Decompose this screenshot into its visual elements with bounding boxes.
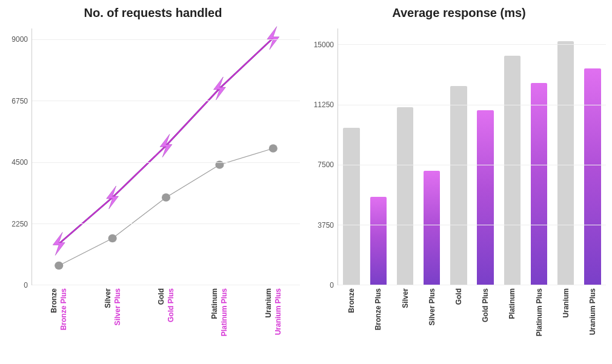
line-chart-panel: No. of requests handled 0225045006750900… bbox=[0, 0, 306, 364]
xtick-label-plus: Bronze Plus bbox=[59, 288, 68, 330]
bar-chart-title: Average response (ms) bbox=[312, 6, 606, 20]
bar-plus bbox=[477, 110, 493, 285]
xtick-label: Bronze bbox=[347, 288, 356, 313]
bar-standard bbox=[397, 107, 413, 285]
bar-chart-plot: BronzeBronze PlusSilverSilver PlusGoldGo… bbox=[338, 28, 606, 285]
bar-standard bbox=[504, 56, 521, 285]
ytick-label: 0 bbox=[330, 281, 334, 290]
xtick-label: Uranium bbox=[264, 288, 273, 318]
ytick-label: 0 bbox=[24, 281, 28, 290]
xtick-label: Uranium bbox=[562, 288, 570, 318]
bolt-icon bbox=[107, 186, 119, 209]
bar-standard bbox=[450, 86, 467, 285]
bolt-icon bbox=[267, 27, 279, 50]
bar-standard bbox=[343, 128, 359, 285]
bar-standard bbox=[557, 41, 574, 285]
ytick-label: 6750 bbox=[12, 97, 28, 105]
bar-chart-body: 0375075001125015000 BronzeBronze PlusSil… bbox=[312, 28, 606, 285]
ytick-label: 9000 bbox=[12, 35, 28, 44]
ytick-label: 15000 bbox=[314, 41, 334, 49]
xtick-label: Platinum Plus bbox=[535, 288, 544, 336]
line-chart-plot: BronzeBronze PlusSilverSilver PlusGoldGo… bbox=[32, 28, 300, 285]
xtick-label-plus: Gold Plus bbox=[167, 288, 175, 322]
xtick-label: Platinum bbox=[210, 288, 219, 319]
xtick-label: Silver Plus bbox=[428, 288, 436, 325]
bar-chart-yaxis: 0375075001125015000 bbox=[312, 28, 338, 285]
bar-plus bbox=[531, 83, 547, 285]
line-chart-body: 02250450067509000 BronzeBronze PlusSilve… bbox=[6, 28, 300, 285]
xtick-label: Bronze bbox=[50, 288, 58, 313]
line-point bbox=[162, 193, 170, 202]
line-point bbox=[269, 144, 278, 153]
line-point bbox=[108, 234, 117, 243]
line-series-standard bbox=[59, 148, 273, 266]
ytick-label: 4500 bbox=[12, 158, 28, 167]
bolt-icon bbox=[160, 134, 172, 157]
xtick-label: Bronze Plus bbox=[374, 288, 382, 330]
bolt-icon bbox=[53, 232, 65, 255]
ytick-label: 7500 bbox=[318, 160, 334, 169]
xtick-label: Gold Plus bbox=[481, 288, 490, 322]
xtick-label-plus: Platinum Plus bbox=[220, 288, 228, 336]
xtick-label: Silver bbox=[401, 288, 410, 308]
ytick-label: 3750 bbox=[318, 221, 334, 230]
xtick-label-plus: Uranium Plus bbox=[274, 288, 282, 335]
xtick-label: Gold bbox=[157, 288, 165, 305]
bar-plus bbox=[584, 68, 600, 285]
line-chart-title: No. of requests handled bbox=[6, 6, 300, 20]
xtick-label: Platinum bbox=[508, 288, 516, 319]
bar-chart-panel: Average response (ms) 037507500112501500… bbox=[306, 0, 612, 364]
line-point bbox=[55, 262, 63, 270]
ytick-label: 2250 bbox=[12, 220, 28, 228]
line-chart-yaxis: 02250450067509000 bbox=[6, 28, 32, 285]
xtick-label-plus: Silver Plus bbox=[113, 288, 122, 325]
xtick-label: Uranium Plus bbox=[588, 288, 597, 335]
bar-plus bbox=[370, 197, 387, 285]
bolt-icon bbox=[213, 77, 225, 100]
xtick-label: Silver bbox=[104, 288, 112, 308]
xtick-label: Gold bbox=[454, 288, 463, 305]
bar-plus bbox=[424, 171, 440, 285]
ytick-label: 11250 bbox=[314, 101, 334, 109]
